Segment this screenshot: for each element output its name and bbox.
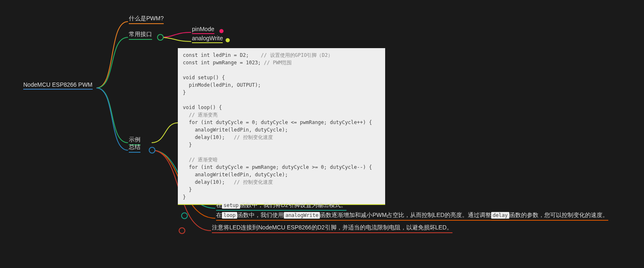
leaf-label: pinMode [192,26,214,32]
inline-code: delay [491,212,509,219]
text: 函数中，我们将D2引脚设置为输出模式。 [240,202,347,208]
code-comment: // 逐渐变亮 [183,112,218,118]
summary-note-line[interactable]: 注意将LED连接到NodeMCU ESP8266的D2引脚，并适当的电流限制电阻… [212,224,452,233]
code-line: analogWrite(ledPin, dutyCycle); [183,172,288,178]
branch-node-dot [157,34,164,41]
code-line: delay(10); [183,134,234,140]
pinmode-dot [219,29,224,33]
code-comment: // 控制变化速度 [234,134,273,140]
code-line: } [183,194,186,200]
root-label: NodeMCU ESP8266 PWM [23,81,93,88]
code-line: void loop() { [183,105,222,110]
code-comment: // 设置使用的GPIO引脚（D2） [261,52,333,58]
text: 注意将LED连接到NodeMCU ESP8266的D2引脚，并适当的电流限制电阻… [212,224,452,231]
summary-loop-dot [181,212,188,219]
branch-summary[interactable]: 总结 [129,144,140,153]
code-line: const int pwmRange = 1023; [183,60,264,66]
text: 在 [216,212,222,218]
code-line: const int ledPin = D2; [183,52,261,58]
summary-loop-line[interactable]: 在loop函数中，我们使用analogWrite函数逐渐增加和减小PWM占空比，… [216,212,608,221]
code-line: for (int dutyCycle = pwmRange; dutyCycle… [183,164,372,170]
text: 函数的参数，您可以控制变化的速度。 [509,212,608,218]
leaf-label: analogWrite [192,35,223,41]
summary-setup-line[interactable]: 在setup函数中，我们将D2引脚设置为输出模式。 [216,202,347,211]
summary-note-dot [179,227,185,234]
code-line: delay(10); [183,179,234,185]
text: 函数中，我们使用 [237,212,284,218]
branch-label: 总结 [129,144,140,150]
branch-what-is-pwm[interactable]: 什么是PWM? [129,15,164,24]
branch-common-api[interactable]: 常用接口 [129,31,152,40]
leaf-analogwrite[interactable]: analogWrite [192,35,223,43]
code-comment: // 控制变化速度 [234,179,273,185]
text: 函数逐渐增加和减小PWM占空比，从而控制LED的亮度。通过调整 [320,212,491,218]
analogwrite-dot [226,38,230,42]
summary-node-dot [149,147,155,153]
branch-label: 什么是PWM? [129,15,164,22]
code-line: pinMode(ledPin, OUTPUT); [183,82,261,88]
text: 在 [216,202,222,208]
code-comment: // 逐渐变暗 [183,157,218,163]
code-line: } [183,142,192,148]
root-node[interactable]: NodeMCU ESP8266 PWM [23,81,93,90]
branch-label: 示例 [129,136,140,143]
inline-code: analogWrite [284,212,320,219]
inline-code: setup [222,202,240,209]
code-line: } [183,187,192,192]
branch-label: 常用接口 [129,31,152,37]
code-line: for (int dutyCycle = 0; dutyCycle <= pwm… [183,119,372,125]
inline-code: loop [222,212,237,219]
code-line: } [183,90,186,95]
code-line: analogWrite(ledPin, dutyCycle); [183,127,288,133]
leaf-pinmode[interactable]: pinMode [192,26,214,34]
code-line: void setup() { [183,75,225,80]
code-example-block[interactable]: const int ledPin = D2; // 设置使用的GPIO引脚（D2… [178,48,385,205]
code-comment: // PWM范围 [264,60,292,66]
